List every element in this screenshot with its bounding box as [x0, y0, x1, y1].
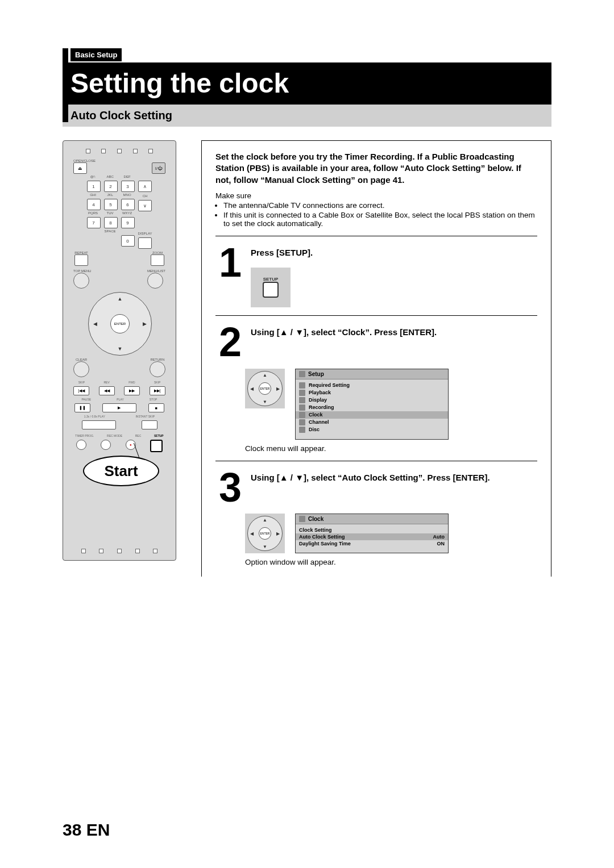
- page-footer: 38 EN: [63, 820, 110, 840]
- ch-up-button[interactable]: ∧: [138, 181, 152, 192]
- makesure-item: If this unit is connected to a Cable Box…: [223, 211, 537, 228]
- page: Basic Setup Setting the clock Auto Clock…: [0, 0, 614, 868]
- dpad-right[interactable]: ▶: [143, 321, 147, 327]
- row-label: Auto Clock Setting: [299, 534, 345, 540]
- step-title: Press [SETUP].: [251, 248, 537, 257]
- menu-item-label: Clock: [309, 412, 323, 418]
- rev-button[interactable]: ◀◀: [99, 386, 115, 395]
- key-1[interactable]: 1: [87, 181, 101, 192]
- play-button[interactable]: ▶: [102, 403, 136, 412]
- menu-item: Recording: [299, 404, 445, 411]
- display-button[interactable]: [138, 237, 152, 249]
- menu-item: Playback: [299, 389, 445, 397]
- dpad-left[interactable]: ◀: [93, 321, 97, 327]
- menu-item: Channel: [299, 419, 445, 426]
- fwd-button[interactable]: ▶▶: [124, 386, 140, 395]
- key-7[interactable]: 7: [87, 217, 101, 228]
- repeat-button[interactable]: [74, 254, 88, 266]
- menu-item: Disc: [299, 426, 445, 433]
- step-2: 2 Using [▲ / ▼], select “Clock”. Press […: [215, 324, 537, 361]
- makesure-block: Make sure The antenna/Cable TV connectio…: [215, 191, 537, 228]
- menu-item: Display: [299, 397, 445, 404]
- instant-skip-button[interactable]: [142, 420, 157, 429]
- step-title: Using [▲ / ▼], select “Clock”. Press [EN…: [251, 327, 537, 337]
- setup-button-icon: SETUP: [251, 268, 291, 307]
- step-number: 2: [215, 324, 245, 361]
- setup-button[interactable]: [150, 440, 163, 452]
- power-button[interactable]: I/⏻: [152, 162, 165, 174]
- intro-text: Set the clock before you try the Timer R…: [215, 151, 537, 186]
- separator: [215, 236, 537, 236]
- menu-icon: [299, 427, 305, 433]
- remote-illustration: OPEN/CLOSE ⏏ I/⏻ @!: ABC DEF: [63, 140, 176, 561]
- step-1: 1 Press [SETUP]. SETUP: [215, 244, 537, 307]
- step-3-illustration: ▲ ▼ ◀ ▶ ENTER Clock Clock SettingAuto Cl…: [245, 514, 537, 553]
- dpad-icon: ▲ ▼ ◀ ▶ ENTER: [247, 516, 283, 551]
- content-columns: OPEN/CLOSE ⏏ I/⏻ @!: ABC DEF: [63, 140, 551, 577]
- row-value: ON: [437, 541, 445, 546]
- page-title: Setting the clock: [63, 64, 551, 105]
- open-close-label: OPEN/CLOSE: [73, 159, 96, 162]
- screen-row: Auto Clock SettingAuto: [296, 533, 448, 540]
- enter-button[interactable]: ENTER: [110, 314, 130, 333]
- row-label: Clock Setting: [299, 527, 332, 533]
- menu-item-label: Channel: [309, 419, 329, 425]
- key-6[interactable]: 6: [121, 199, 135, 210]
- clock-menu-screen: Clock Clock SettingAuto Clock SettingAut…: [295, 514, 449, 553]
- menu-item: Clock: [296, 411, 448, 419]
- section-subheader: Auto Clock Setting: [63, 105, 551, 127]
- menu-item-label: Recording: [309, 404, 334, 410]
- ch-down-button[interactable]: ∨: [138, 200, 152, 211]
- timer-prog-button[interactable]: [76, 440, 86, 450]
- step-title: Using [▲ / ▼], select “Auto Clock Settin…: [251, 473, 537, 482]
- separator: [215, 461, 537, 461]
- rec-mode-button[interactable]: [101, 440, 111, 450]
- gear-icon: [299, 371, 305, 377]
- menu-item-label: Required Setting: [309, 382, 350, 388]
- skip-fwd-button[interactable]: ▶▶|: [150, 386, 165, 395]
- key-5[interactable]: 5: [104, 199, 118, 210]
- key-0[interactable]: 0: [121, 235, 135, 247]
- clear-button[interactable]: [73, 361, 89, 377]
- step-caption: Option window will appear.: [245, 558, 537, 566]
- menu-icon: [299, 382, 305, 389]
- page-number: 38: [63, 820, 81, 839]
- key-9[interactable]: 9: [121, 217, 135, 228]
- menu-list-button[interactable]: [147, 273, 163, 289]
- remote-column: OPEN/CLOSE ⏏ I/⏻ @!: ABC DEF: [63, 140, 188, 577]
- top-menu-button[interactable]: [73, 273, 89, 289]
- pause-button[interactable]: ❚❚: [74, 403, 90, 412]
- return-button[interactable]: [150, 361, 165, 377]
- skip-back-button[interactable]: |◀◀: [73, 386, 89, 395]
- setup-menu-screen: Setup Required SettingPlaybackDisplayRec…: [295, 369, 449, 440]
- key-2[interactable]: 2: [104, 181, 118, 192]
- menu-icon: [299, 419, 305, 425]
- step-3: 3 Using [▲ / ▼], select “Auto Clock Sett…: [215, 469, 537, 506]
- menu-item-label: Display: [309, 397, 327, 403]
- key-4[interactable]: 4: [87, 199, 101, 210]
- step-number: 1: [215, 244, 245, 281]
- eject-button[interactable]: ⏏: [73, 162, 87, 174]
- dpad-down[interactable]: ▼: [118, 346, 123, 352]
- separator: [215, 315, 537, 316]
- key-8[interactable]: 8: [104, 217, 118, 228]
- stop-button[interactable]: ■: [148, 403, 164, 412]
- menu-item: Required Setting: [299, 382, 445, 389]
- dpad-up[interactable]: ▲: [118, 296, 123, 302]
- page-lang: EN: [86, 820, 110, 839]
- section-marker: [63, 48, 68, 122]
- makesure-title: Make sure: [215, 191, 251, 200]
- speed-play-button[interactable]: [82, 420, 116, 429]
- menu-icon: [299, 404, 305, 411]
- instructions-column: Set the clock before you try the Timer R…: [201, 140, 551, 577]
- menu-item-label: Playback: [309, 390, 331, 395]
- screen-row: Daylight Saving TimeON: [299, 540, 445, 547]
- breadcrumb: Basic Setup: [70, 48, 122, 61]
- dpad-icon: ▲ ▼ ◀ ▶ ENTER: [247, 371, 283, 406]
- zoom-button[interactable]: [151, 254, 164, 266]
- dpad: ▲ ▼ ◀ ▶ ENTER: [88, 292, 151, 354]
- key-3[interactable]: 3: [121, 181, 135, 192]
- step-number: 3: [215, 469, 245, 506]
- row-value: Auto: [433, 534, 445, 540]
- menu-item-label: Disc: [309, 427, 320, 432]
